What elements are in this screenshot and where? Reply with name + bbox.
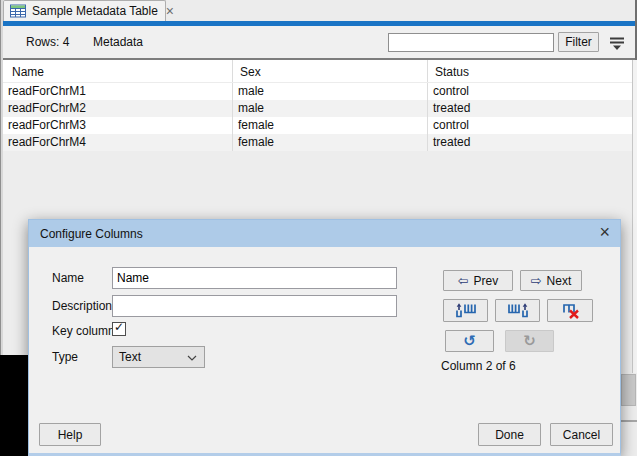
vertical-scrollbar-track[interactable] xyxy=(633,60,637,373)
filter-button[interactable]: Filter xyxy=(558,32,599,52)
delete-column-icon xyxy=(559,302,581,319)
table-row[interactable]: readForChrM2 male treated xyxy=(3,100,632,117)
column-header-name[interactable]: Name xyxy=(3,60,233,82)
dialog-close-icon[interactable]: × xyxy=(599,220,610,247)
key-column-label: Key column xyxy=(52,320,115,342)
cell-status: control xyxy=(428,117,632,134)
cell-sex: male xyxy=(233,83,428,100)
cell-status: treated xyxy=(428,134,632,151)
arrow-right-icon: ⇨ xyxy=(531,274,542,287)
vertical-scrollbar-thumb[interactable] xyxy=(621,374,636,406)
table-row[interactable]: readForChrM1 male control xyxy=(3,83,632,100)
type-dropdown-value: Text xyxy=(119,350,141,364)
screen: Sample Metadata Table × Rows: 4 Metadata… xyxy=(0,0,637,456)
redo-icon: ↻ xyxy=(523,334,536,349)
cell-sex: female xyxy=(233,134,428,151)
table-row[interactable]: readForChrM3 female control xyxy=(3,117,632,134)
insert-column-after-button[interactable] xyxy=(495,299,540,322)
chevron-down-icon xyxy=(187,355,197,361)
dialog-title: Configure Columns xyxy=(40,227,143,241)
cell-name: readForChrM3 xyxy=(3,117,233,134)
check-icon: ✓ xyxy=(114,320,124,334)
row-count-label: Rows: 4 xyxy=(26,26,69,58)
description-field[interactable] xyxy=(112,295,397,317)
name-field[interactable] xyxy=(112,267,397,289)
arrow-left-icon: ⇦ xyxy=(458,274,469,287)
tab-sample-metadata-table[interactable]: Sample Metadata Table × xyxy=(3,0,166,21)
table-row[interactable]: readForChrM4 female treated xyxy=(3,134,632,151)
undo-button[interactable]: ↺ xyxy=(445,330,494,352)
done-button[interactable]: Done xyxy=(478,423,541,446)
undo-icon: ↺ xyxy=(463,334,476,349)
cell-name: readForChrM4 xyxy=(3,134,233,151)
dialog-titlebar[interactable]: Configure Columns xyxy=(29,220,620,247)
desktop-background xyxy=(0,355,28,456)
delete-column-button[interactable] xyxy=(547,299,593,322)
filter-text-input[interactable] xyxy=(388,33,554,52)
insert-column-before-icon xyxy=(455,302,477,319)
cell-sex: female xyxy=(233,117,428,134)
configure-columns-dialog: Configure Columns × Name Description Key… xyxy=(28,219,621,456)
metadata-table: Name Sex Status readForChrM1 male contro… xyxy=(3,60,632,151)
prev-column-button[interactable]: ⇦ Prev xyxy=(443,270,513,291)
cell-sex: male xyxy=(233,100,428,117)
metadata-label: Metadata xyxy=(93,26,143,58)
table-toolbar: Rows: 4 Metadata Filter xyxy=(0,26,637,60)
next-column-button[interactable]: ⇨ Next xyxy=(520,270,582,291)
tab-title: Sample Metadata Table xyxy=(32,4,158,18)
key-column-checkbox[interactable]: ✓ xyxy=(112,322,126,336)
table-header-row: Name Sex Status xyxy=(3,60,632,83)
insert-column-before-button[interactable] xyxy=(443,299,488,322)
cell-name: readForChrM1 xyxy=(3,83,233,100)
type-field-label: Type xyxy=(52,346,78,368)
help-button[interactable]: Help xyxy=(39,423,101,446)
type-dropdown[interactable]: Text xyxy=(112,346,205,368)
redo-button[interactable]: ↻ xyxy=(505,330,554,352)
cancel-button[interactable]: Cancel xyxy=(550,423,613,446)
cell-status: treated xyxy=(428,100,632,117)
tab-close-icon[interactable]: × xyxy=(166,4,174,18)
description-field-label: Description xyxy=(52,295,112,317)
advanced-filter-icon[interactable] xyxy=(606,34,628,52)
tab-bar: Sample Metadata Table × xyxy=(0,0,637,21)
column-header-sex[interactable]: Sex xyxy=(233,60,428,82)
insert-column-after-icon xyxy=(507,302,529,319)
name-field-label: Name xyxy=(52,267,84,289)
cell-name: readForChrM2 xyxy=(3,100,233,117)
column-position-label: Column 2 of 6 xyxy=(441,358,516,374)
window-left-edge xyxy=(0,0,3,373)
panel-divider-line xyxy=(621,420,637,422)
column-header-status[interactable]: Status xyxy=(428,60,632,82)
cell-status: control xyxy=(428,83,632,100)
table-icon xyxy=(10,4,26,18)
